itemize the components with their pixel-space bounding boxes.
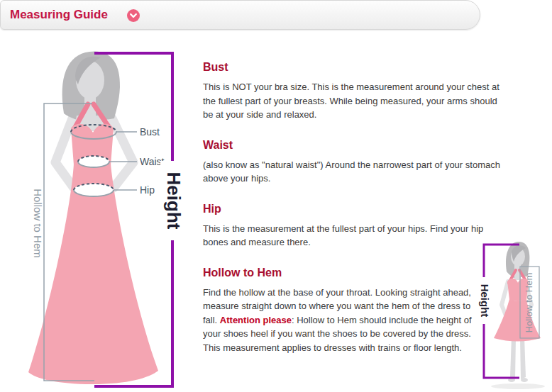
hollow-to-hem-label: Hollow to Hem — [32, 189, 44, 258]
section-waist: Waist (also know as "natural waist") Aro… — [203, 139, 509, 186]
page-title: Measuring Guide — [10, 8, 108, 22]
chevron-down-icon — [127, 9, 140, 22]
instructions-column: Bust This is NOT your bra size. This is … — [203, 61, 509, 354]
height-label: Height — [163, 172, 184, 230]
hollow-to-hem-description: Find the hollow at the base of your thro… — [203, 286, 480, 355]
measuring-guide-header[interactable]: Measuring Guide — [0, 0, 480, 30]
small-figure-leg-left — [510, 337, 516, 379]
waist-description: (also know as "natural waist") Around th… — [203, 158, 509, 186]
measuring-diagram-small: Hollow to Hem Height — [468, 237, 552, 392]
hip-heading: Hip — [203, 203, 509, 215]
bust-heading: Bust — [203, 61, 509, 74]
small-figure-leg-right — [520, 337, 526, 379]
bust-callout-label: Bust — [140, 126, 160, 138]
bust-description: This is NOT your bra size. This is the m… — [203, 80, 509, 122]
waist-heading: Waist — [203, 139, 509, 152]
hollow-to-hem-heading: Hollow to Hem — [203, 267, 509, 279]
hip-callout-label: Hip — [140, 184, 155, 196]
attention-label: Attention please — [220, 315, 292, 325]
small-height-label: Height — [479, 284, 491, 318]
section-hollow-to-hem: Hollow to Hem Find the hollow at the bas… — [203, 267, 509, 355]
measuring-diagram-large: Bust Waist Hip Hollow to Hem Height — [21, 39, 184, 392]
section-hip: Hip This is the measurement at the fulle… — [203, 203, 509, 250]
figure-shadow — [491, 383, 545, 389]
collapse-toggle[interactable] — [127, 9, 140, 22]
hip-description: This is the measurement at the fullest p… — [203, 222, 509, 250]
small-hollow-to-hem-label: Hollow to Hem — [524, 273, 534, 333]
section-bust: Bust This is NOT your bra size. This is … — [203, 61, 509, 122]
